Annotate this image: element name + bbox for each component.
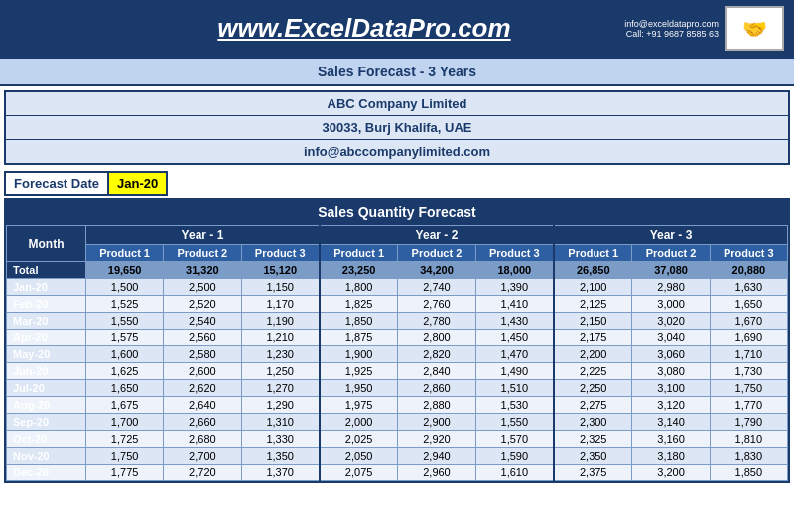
y1-prod3-header: Product 3 (241, 245, 320, 262)
month-cell: Apr-20 (7, 330, 86, 346)
table-row: Oct-20 1,725 2,680 1,330 2,025 2,920 1,5… (7, 431, 788, 448)
y3-p3: 1,830 (710, 448, 787, 465)
y3-p2: 2,980 (632, 279, 710, 296)
y2-prod2-header: Product 2 (398, 245, 475, 262)
total-y2-p1: 23,250 (320, 262, 398, 279)
y3-p2: 3,140 (632, 414, 710, 431)
year-header-row: Month Year - 1 Year - 2 Year - 3 (7, 226, 788, 245)
company-section: ABC Company Limited 30033, Burj Khalifa,… (4, 90, 790, 165)
y2-p1: 1,900 (320, 346, 398, 363)
y2-p2: 2,840 (398, 363, 475, 380)
year2-header: Year - 2 (320, 226, 554, 245)
y3-p1: 2,150 (554, 313, 632, 330)
total-y3-p3: 20,880 (710, 262, 787, 279)
month-cell: Mar-20 (7, 313, 86, 330)
y3-p2: 3,160 (632, 431, 710, 448)
y2-prod1-header: Product 1 (320, 245, 398, 262)
company-email: info@abccompanylimited.com (6, 140, 788, 163)
y3-p3: 1,670 (710, 313, 787, 330)
y2-p2: 2,860 (398, 380, 475, 397)
site-title[interactable]: www.ExcelDataPro.com (129, 13, 599, 44)
company-name: ABC Company Limited (6, 92, 788, 116)
y3-p3: 1,750 (710, 380, 787, 397)
total-y3-p2: 37,080 (632, 262, 710, 279)
forecast-date-value[interactable]: Jan-20 (109, 171, 168, 196)
y2-p3: 1,610 (475, 465, 554, 481)
y1-p2: 2,580 (164, 346, 241, 363)
y1-prod1-header: Product 1 (86, 245, 164, 262)
y3-p3: 1,770 (710, 397, 787, 414)
y1-p3: 1,350 (241, 448, 320, 465)
y1-p3: 1,210 (241, 330, 320, 346)
total-row: Total 19,650 31,320 15,120 23,250 34,200… (7, 262, 788, 279)
y3-p3: 1,630 (710, 279, 787, 296)
contact-phone: Call: +91 9687 8585 63 (599, 29, 719, 39)
y2-prod3-header: Product 3 (475, 245, 554, 262)
y1-p1: 1,575 (86, 330, 164, 346)
y2-p3: 1,490 (475, 363, 554, 380)
y2-p2: 2,820 (398, 346, 475, 363)
y3-p3: 1,810 (710, 431, 787, 448)
table-row: Aug-20 1,675 2,640 1,290 1,975 2,880 1,5… (7, 397, 788, 414)
table-row: Jun-20 1,625 2,600 1,250 1,925 2,840 1,4… (7, 363, 788, 380)
y2-p1: 2,000 (320, 414, 398, 431)
y3-p3: 1,690 (710, 330, 787, 346)
y3-p2: 3,060 (632, 346, 710, 363)
total-y2-p2: 34,200 (398, 262, 475, 279)
y3-p2: 3,200 (632, 465, 710, 481)
y1-prod2-header: Product 2 (164, 245, 241, 262)
y1-p1: 1,500 (86, 279, 164, 296)
y2-p1: 2,025 (320, 431, 398, 448)
y2-p3: 1,470 (475, 346, 554, 363)
total-y1-p1: 19,650 (86, 262, 164, 279)
y2-p2: 2,960 (398, 465, 475, 481)
contact-email: info@exceldatapro.com (599, 19, 719, 29)
y1-p1: 1,650 (86, 380, 164, 397)
y1-p2: 2,540 (164, 313, 241, 330)
y1-p3: 1,190 (241, 313, 320, 330)
y2-p3: 1,590 (475, 448, 554, 465)
table-row: May-20 1,600 2,580 1,230 1,900 2,820 1,4… (7, 346, 788, 363)
y1-p2: 2,660 (164, 414, 241, 431)
table-row: Nov-20 1,750 2,700 1,350 2,050 2,940 1,5… (7, 448, 788, 465)
y2-p2: 2,740 (398, 279, 475, 296)
y1-p3: 1,330 (241, 431, 320, 448)
y1-p2: 2,700 (164, 448, 241, 465)
y2-p1: 1,875 (320, 330, 398, 346)
header-top: www.ExcelDataPro.com info@exceldatapro.c… (0, 0, 794, 57)
y1-p2: 2,520 (164, 296, 241, 313)
y2-p1: 2,050 (320, 448, 398, 465)
month-cell: Feb-20 (7, 296, 86, 313)
month-column-header: Month (7, 226, 86, 262)
y3-p3: 1,710 (710, 346, 787, 363)
table-row: Jan-20 1,500 2,500 1,150 1,800 2,740 1,3… (7, 279, 788, 296)
month-cell: Dec-20 (7, 465, 86, 481)
y1-p1: 1,725 (86, 431, 164, 448)
month-cell: Aug-20 (7, 397, 86, 414)
y2-p3: 1,570 (475, 431, 554, 448)
y3-p2: 3,040 (632, 330, 710, 346)
y2-p2: 2,780 (398, 313, 475, 330)
y1-p3: 1,370 (241, 465, 320, 481)
y1-p1: 1,750 (86, 448, 164, 465)
y2-p3: 1,390 (475, 279, 554, 296)
y2-p3: 1,510 (475, 380, 554, 397)
month-cell: May-20 (7, 346, 86, 363)
y1-p3: 1,230 (241, 346, 320, 363)
y2-p2: 2,940 (398, 448, 475, 465)
y3-p1: 2,375 (554, 465, 632, 481)
month-cell: Sep-20 (7, 414, 86, 431)
y3-p2: 3,100 (632, 380, 710, 397)
table-row: Apr-20 1,575 2,560 1,210 1,875 2,800 1,4… (7, 330, 788, 346)
y1-p1: 1,775 (86, 465, 164, 481)
month-cell: Jan-20 (7, 279, 86, 296)
year3-header: Year - 3 (554, 226, 787, 245)
y3-p1: 2,300 (554, 414, 632, 431)
forecast-date-row: Forecast Date Jan-20 (4, 171, 790, 196)
y3-p3: 1,650 (710, 296, 787, 313)
y3-p1: 2,200 (554, 346, 632, 363)
y3-p1: 2,125 (554, 296, 632, 313)
y1-p2: 2,680 (164, 431, 241, 448)
y3-p2: 3,000 (632, 296, 710, 313)
y2-p2: 2,800 (398, 330, 475, 346)
